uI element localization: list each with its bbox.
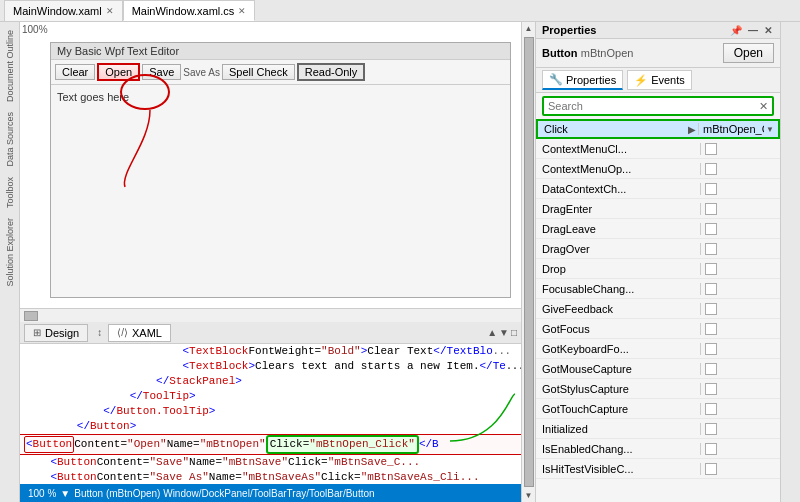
prop-value-givefeedback[interactable]: [700, 303, 780, 315]
prop-row-isenabled[interactable]: IsEnabledChang...: [536, 439, 780, 459]
prop-value-ishittest[interactable]: [700, 463, 780, 475]
prop-checkbox[interactable]: [705, 323, 717, 335]
tab-mainwindow-xaml[interactable]: MainWindow.xaml ✕: [4, 0, 123, 21]
tab-close-icon[interactable]: ✕: [238, 6, 246, 16]
tab-close-icon[interactable]: ✕: [106, 6, 114, 16]
prop-row-gotstylus[interactable]: GotStylusCapture: [536, 379, 780, 399]
left-sidebar: Document Outline Data Sources Toolbox So…: [0, 22, 20, 502]
prop-pin-btn[interactable]: 📌: [728, 25, 744, 36]
scroll-thumb[interactable]: [524, 37, 534, 487]
prop-checkbox[interactable]: [705, 203, 717, 215]
prop-value-dropdown[interactable]: ▼: [766, 125, 774, 134]
prop-value-click[interactable]: ▼: [698, 123, 778, 135]
prop-row-gottouch[interactable]: GotTouchCapture: [536, 399, 780, 419]
prop-value-gotfocus[interactable]: [700, 323, 780, 335]
prop-row-dragleave[interactable]: DragLeave: [536, 219, 780, 239]
right-sidebar: [780, 22, 800, 502]
search-box[interactable]: ✕: [542, 96, 774, 116]
prop-checkbox[interactable]: [705, 383, 717, 395]
prop-row-givefeedback[interactable]: GiveFeedback: [536, 299, 780, 319]
prop-minimize-btn[interactable]: —: [746, 25, 760, 36]
prop-close-btn[interactable]: ✕: [762, 25, 774, 36]
prop-value-contextmenu-open[interactable]: [700, 163, 780, 175]
tab-mainwindow-xaml-cs[interactable]: MainWindow.xaml.cs ✕: [123, 0, 256, 21]
prop-row-gotmouse[interactable]: GotMouseCapture: [536, 359, 780, 379]
prop-value-initialized[interactable]: [700, 423, 780, 435]
horizontal-scrollbar[interactable]: [20, 308, 521, 322]
prop-value-dragover[interactable]: [700, 243, 780, 255]
open-button[interactable]: Open: [723, 43, 774, 63]
tab-label: MainWindow.xaml.cs: [132, 5, 235, 17]
prop-checkbox[interactable]: [705, 183, 717, 195]
tab-events[interactable]: ⚡ Events: [627, 70, 692, 90]
prop-row-drop[interactable]: Drop: [536, 259, 780, 279]
prop-row-contextmenu-click[interactable]: ContextMenuCl...: [536, 139, 780, 159]
prop-checkbox[interactable]: [705, 283, 717, 295]
prop-value-isenabled[interactable]: [700, 443, 780, 455]
prop-value-dragleave[interactable]: [700, 223, 780, 235]
expand-buttons[interactable]: ▲ ▼ □: [487, 327, 517, 338]
sidebar-item-toolbox[interactable]: Toolbox: [5, 173, 15, 212]
search-clear-icon[interactable]: ✕: [755, 100, 772, 113]
prop-value-datacontext[interactable]: [700, 183, 780, 195]
prop-checkbox[interactable]: [705, 343, 717, 355]
prop-value-gottouch[interactable]: [700, 403, 780, 415]
prop-value-gotmouse[interactable]: [700, 363, 780, 375]
prop-checkbox[interactable]: [705, 223, 717, 235]
prop-checkbox[interactable]: [705, 363, 717, 375]
prop-checkbox[interactable]: [705, 263, 717, 275]
wpf-spell-check-button[interactable]: Spell Check: [222, 64, 295, 80]
swap-icon-btn[interactable]: ↕: [93, 327, 106, 338]
prop-checkbox[interactable]: [705, 303, 717, 315]
prop-checkbox[interactable]: [705, 403, 717, 415]
prop-row-initialized[interactable]: Initialized: [536, 419, 780, 439]
scrollbar-thumb[interactable]: [24, 311, 38, 321]
collapse-icon[interactable]: ▼: [499, 327, 509, 338]
prop-checkbox[interactable]: [705, 443, 717, 455]
events-icon: ⚡: [634, 74, 648, 87]
xaml-line: </Button>: [20, 419, 521, 434]
sidebar-item-document-outline[interactable]: Document Outline: [5, 26, 15, 106]
prop-row-focusable[interactable]: FocusableChang...: [536, 279, 780, 299]
prop-row-ishittest[interactable]: IsHitTestVisibleC...: [536, 459, 780, 479]
tab-xaml[interactable]: ⟨/⟩ XAML: [108, 324, 171, 342]
prop-row-datacontext[interactable]: DataContextCh...: [536, 179, 780, 199]
prop-row-dragover[interactable]: DragOver: [536, 239, 780, 259]
wpf-clear-button[interactable]: Clear: [55, 64, 95, 80]
prop-checkbox[interactable]: [705, 423, 717, 435]
zoom-status: 100 %: [28, 488, 56, 499]
prop-row-gotkeyboard[interactable]: GotKeyboardFo...: [536, 339, 780, 359]
prop-value-gotstylus[interactable]: [700, 383, 780, 395]
scroll-up[interactable]: ▲: [525, 24, 533, 33]
search-input[interactable]: [544, 98, 755, 114]
expand-icon[interactable]: ▲: [487, 327, 497, 338]
wpf-readonly-button[interactable]: Read-Only: [297, 63, 366, 81]
prop-name-focusable: FocusableChang...: [536, 283, 700, 295]
scroll-down[interactable]: ▼: [525, 491, 533, 500]
zoom-indicator: 100%: [22, 24, 48, 35]
prop-row-contextmenu-open[interactable]: ContextMenuOp...: [536, 159, 780, 179]
prop-value-focusable[interactable]: [700, 283, 780, 295]
prop-value-drop[interactable]: [700, 263, 780, 275]
prop-row-click[interactable]: Click ▶ ▼: [536, 119, 780, 139]
prop-value-click-input[interactable]: [703, 123, 764, 135]
sidebar-item-data-sources[interactable]: Data Sources: [5, 108, 15, 171]
wpf-open-button[interactable]: Open: [97, 63, 140, 81]
prop-value-contextmenu-click[interactable]: [700, 143, 780, 155]
prop-checkbox[interactable]: [705, 163, 717, 175]
prop-checkbox[interactable]: [705, 463, 717, 475]
prop-value-gotkeyboard[interactable]: [700, 343, 780, 355]
prop-checkbox[interactable]: [705, 143, 717, 155]
vertical-scrollbar[interactable]: ▲ ▼: [521, 22, 535, 502]
prop-row-gotfocus[interactable]: GotFocus: [536, 319, 780, 339]
prop-value-dragenter[interactable]: [700, 203, 780, 215]
prop-row-dragenter[interactable]: DragEnter: [536, 199, 780, 219]
properties-subheader: Button mBtnOpen Open: [536, 39, 780, 68]
sidebar-item-solution-explorer[interactable]: Solution Explorer: [5, 214, 15, 291]
wpf-save-button[interactable]: Save: [142, 64, 181, 80]
prop-name-givefeedback: GiveFeedback: [536, 303, 700, 315]
tab-design[interactable]: ⊞ Design: [24, 324, 88, 342]
tab-properties[interactable]: 🔧 Properties: [542, 70, 623, 90]
maximize-icon[interactable]: □: [511, 327, 517, 338]
prop-checkbox[interactable]: [705, 243, 717, 255]
